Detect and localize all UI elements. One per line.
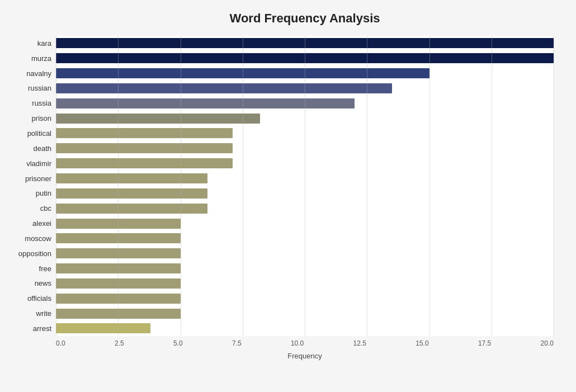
- bar: [56, 323, 150, 333]
- grid-line: [181, 36, 181, 336]
- bar-label: arrest: [4, 324, 51, 333]
- bar: [56, 204, 207, 214]
- bar: [56, 219, 181, 229]
- bar: [56, 309, 181, 319]
- x-tick: 0.0: [56, 339, 65, 347]
- bar-row: news: [56, 277, 554, 290]
- bar-row: moscow: [56, 232, 554, 244]
- x-tick: 10.0: [291, 339, 304, 347]
- bar-label: officials: [4, 294, 51, 303]
- bar: [56, 173, 207, 183]
- bar: [56, 114, 260, 124]
- bar-label: navalny: [4, 69, 51, 78]
- grid-line: [118, 36, 119, 336]
- bar-label: russian: [4, 84, 51, 92]
- bar-row: cbc: [56, 202, 554, 215]
- bar-label: moscow: [4, 234, 51, 243]
- bar-row: kara: [56, 37, 554, 49]
- bar-label: free: [4, 265, 51, 273]
- grid-line: [429, 36, 430, 336]
- bar-row: russian: [56, 82, 554, 95]
- grid-line: [367, 36, 367, 336]
- bar-label: murza: [4, 54, 51, 63]
- grid-line: [492, 36, 492, 336]
- bar-row: arrest: [56, 322, 554, 334]
- bar: [56, 38, 554, 48]
- bar: [56, 143, 233, 153]
- bar-label: political: [4, 129, 51, 138]
- chart-title: Word Frequency Analysis: [56, 11, 554, 26]
- x-axis: 0.02.55.07.510.012.515.017.520.0: [56, 339, 554, 347]
- bar-row: opposition: [56, 247, 554, 259]
- bar: [56, 278, 181, 289]
- grid-line: [56, 36, 56, 336]
- bar-label: write: [4, 309, 51, 318]
- bars-area: karamurzanavalnyrussianrussiaprisonpolit…: [56, 36, 554, 360]
- x-tick: 17.5: [478, 339, 491, 347]
- bar-row: vladimir: [56, 157, 554, 169]
- bar-row: murza: [56, 52, 554, 64]
- bar-label: russia: [4, 99, 51, 107]
- bar-label: death: [4, 144, 51, 153]
- bar-row: death: [56, 142, 554, 154]
- bar: [56, 98, 355, 108]
- bar-row: russia: [56, 97, 554, 110]
- x-tick: 7.5: [232, 339, 242, 347]
- bar: [56, 294, 181, 304]
- bar: [56, 53, 554, 63]
- x-tick: 20.0: [541, 339, 554, 347]
- bar-row: political: [56, 127, 554, 139]
- x-axis-label: Frequency: [56, 352, 554, 360]
- x-tick: 2.5: [115, 339, 124, 347]
- bar-label: prison: [4, 114, 51, 122]
- bar: [56, 83, 392, 93]
- bar-row: navalny: [56, 67, 554, 79]
- bar-label: kara: [4, 39, 51, 48]
- bar-row: alexei: [56, 218, 554, 230]
- bar-label: cbc: [4, 204, 51, 212]
- bars-section: karamurzanavalnyrussianrussiaprisonpolit…: [56, 36, 554, 336]
- bar: [56, 263, 181, 273]
- bar: [56, 188, 207, 199]
- bar-label: alexei: [4, 219, 51, 228]
- bar-label: vladimir: [4, 159, 51, 168]
- bar-label: putin: [4, 189, 51, 197]
- bar-row: putin: [56, 187, 554, 200]
- grid-line: [243, 36, 243, 336]
- bar-label: opposition: [4, 249, 51, 258]
- bar-row: write: [56, 308, 554, 320]
- x-tick: 15.0: [416, 339, 428, 347]
- bar-label: news: [4, 279, 51, 287]
- chart-container: Word Frequency Analysis karamurzanavalny…: [0, 0, 576, 392]
- bar: [56, 158, 233, 168]
- bar-row: free: [56, 262, 554, 275]
- bar: [56, 248, 181, 258]
- bar-row: prison: [56, 112, 554, 125]
- bar: [56, 68, 429, 78]
- x-tick: 12.5: [353, 339, 366, 347]
- bar-label: prisoner: [4, 174, 51, 183]
- grid-line: [305, 36, 305, 336]
- grid-line: [554, 36, 554, 336]
- bar-row: prisoner: [56, 172, 554, 185]
- bar: [56, 128, 233, 138]
- bar-row: officials: [56, 292, 554, 305]
- bar: [56, 233, 181, 243]
- x-tick: 5.0: [173, 339, 183, 347]
